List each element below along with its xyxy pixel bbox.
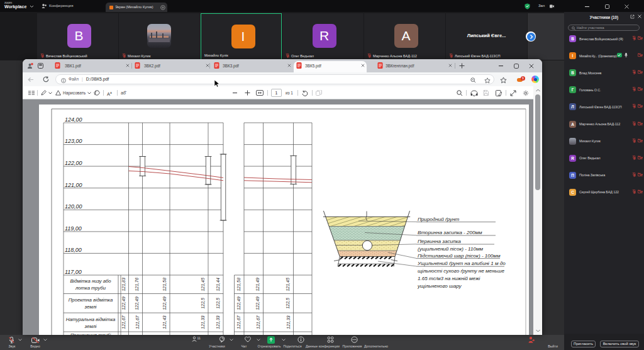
svg-text:123,00: 123,00 <box>65 138 82 144</box>
svg-text:117,00: 117,00 <box>65 269 82 275</box>
svg-text:122,5: 122,5 <box>216 298 220 309</box>
svg-text:Вторинна засипка - 200мм: Вторинна засипка - 200мм <box>418 230 482 235</box>
svg-text:Відмітка низу або: Відмітка низу або <box>70 278 111 284</box>
svg-text:122,00: 122,00 <box>65 160 82 166</box>
svg-text:121,33: 121,33 <box>286 315 291 329</box>
svg-text:лотка труби: лотка труби <box>75 285 106 291</box>
svg-text:121,33: 121,33 <box>201 315 205 329</box>
svg-text:Натуральна відмітка: Натуральна відмітка <box>66 317 116 322</box>
svg-text:ущільненого шару: ущільненого шару <box>417 283 462 289</box>
svg-text:121,33: 121,33 <box>216 315 220 329</box>
svg-text:(ущильнений пісок) - 110мм: (ущильнений пісок) - 110мм <box>418 246 484 252</box>
svg-text:щільності сухого ґрунту не мен: щільності сухого ґрунту не меньше <box>418 268 504 274</box>
svg-text:121,43: 121,43 <box>162 315 167 329</box>
svg-text:Ущильнений ґрунт на глибині 1: Ущильнений ґрунт на глибині 1 м до <box>417 261 506 266</box>
svg-text:1.65 тс/м3 на нижній межі: 1.65 тс/м3 на нижній межі <box>418 276 480 281</box>
svg-text:121,67: 121,67 <box>121 315 126 329</box>
svg-text:121,49: 121,49 <box>256 278 260 291</box>
svg-text:118,00: 118,00 <box>65 247 82 253</box>
svg-text:Підстилаючий шар (пісок) - 100: Підстилаючий шар (пісок) - 100мм <box>418 253 501 259</box>
svg-text:122,5: 122,5 <box>286 298 291 309</box>
svg-text:землі: землі <box>84 304 97 310</box>
svg-text:124,00: 124,00 <box>65 116 82 123</box>
svg-text:Позначення трубі: Позначення трубі <box>70 332 111 335</box>
svg-text:122,49: 122,49 <box>162 296 167 310</box>
svg-text:землі: землі <box>84 324 97 329</box>
svg-text:11: 11 <box>197 336 201 340</box>
svg-text:121,76: 121,76 <box>135 278 140 291</box>
svg-text:121,58: 121,58 <box>236 278 241 291</box>
svg-text:121,58: 121,58 <box>162 278 167 291</box>
svg-text:121,67: 121,67 <box>256 315 260 329</box>
svg-text:121,67: 121,67 <box>135 315 140 329</box>
svg-text:122,49: 122,49 <box>236 296 241 310</box>
svg-text:122,49: 122,49 <box>121 296 126 310</box>
svg-text:Первинна засипка: Первинна засипка <box>418 239 461 244</box>
svg-text:Проектна відмітка: Проектна відмітка <box>69 297 113 303</box>
svg-text:120,00: 120,00 <box>65 203 82 210</box>
svg-text:121,83: 121,83 <box>121 278 126 291</box>
svg-text:121,44: 121,44 <box>216 278 220 291</box>
svg-text:119,00: 119,00 <box>65 225 82 232</box>
svg-text:121,00: 121,00 <box>65 182 82 188</box>
svg-text:121,67: 121,67 <box>236 315 241 329</box>
svg-text:Природний ґрунт: Природний ґрунт <box>418 217 460 222</box>
svg-text:122,5: 122,5 <box>201 298 205 309</box>
svg-text:122,49: 122,49 <box>135 296 140 310</box>
svg-text:122,49: 122,49 <box>256 296 260 310</box>
svg-text:121,45: 121,45 <box>201 278 205 291</box>
svg-text:121,45: 121,45 <box>286 278 291 291</box>
